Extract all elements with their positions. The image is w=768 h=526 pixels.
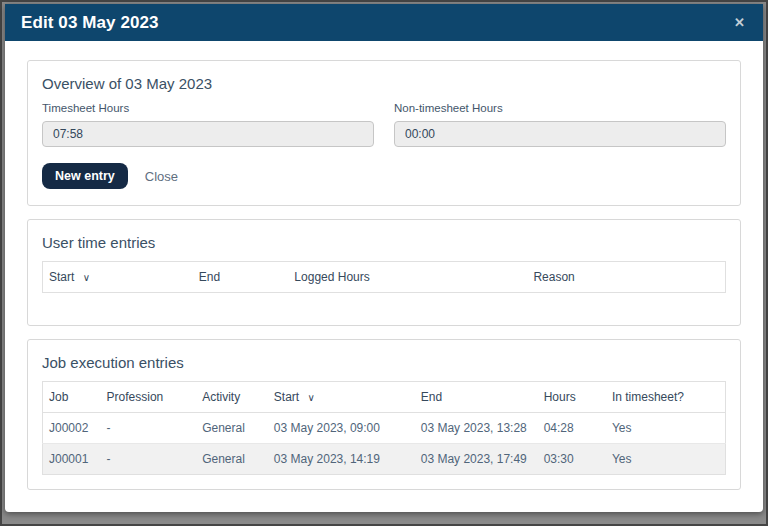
column-header-reason[interactable]: Reason: [527, 262, 725, 293]
column-header-logged-hours[interactable]: Logged Hours: [288, 262, 527, 293]
table-cell: 04:28: [538, 413, 606, 444]
table-cell: 03 May 2023, 13:28: [415, 413, 538, 444]
overview-button-row: New entry Close: [42, 163, 726, 189]
column-header-end[interactable]: End: [415, 382, 538, 413]
column-header-job[interactable]: Job: [43, 382, 101, 413]
chevron-down-icon: ∨: [308, 392, 315, 403]
table-cell: 03 May 2023, 09:00: [268, 413, 415, 444]
column-header-activity[interactable]: Activity: [196, 382, 268, 413]
modal-header: Edit 03 May 2023 ✕: [5, 4, 763, 41]
table-row: J00002-General03 May 2023, 09:0003 May 2…: [43, 413, 726, 444]
modal-body: Overview of 03 May 2023 Timesheet Hours …: [5, 41, 763, 512]
timesheet-hours-field: [42, 121, 374, 147]
table-cell: Yes: [606, 444, 726, 475]
table-header-row: Start ∨ End Logged Hours Reason: [43, 262, 726, 293]
column-header-profession[interactable]: Profession: [101, 382, 197, 413]
non-timesheet-hours-label: Non-timesheet Hours: [394, 102, 726, 114]
table-cell: 03 May 2023, 17:49: [415, 444, 538, 475]
table-cell: -: [101, 413, 197, 444]
column-header-start[interactable]: Start ∨: [268, 382, 415, 413]
job-execution-entries-table: Job Profession Activity Start ∨ End Hour…: [42, 381, 726, 475]
overview-section: Overview of 03 May 2023 Timesheet Hours …: [27, 60, 741, 206]
table-cell: Yes: [606, 413, 726, 444]
column-header-in-timesheet[interactable]: In timesheet?: [606, 382, 726, 413]
table-row: J00001-General03 May 2023, 14:1903 May 2…: [43, 444, 726, 475]
new-entry-button[interactable]: New entry: [42, 163, 128, 189]
table-cell: 03:30: [538, 444, 606, 475]
column-header-hours[interactable]: Hours: [538, 382, 606, 413]
table-cell: 03 May 2023, 14:19: [268, 444, 415, 475]
user-time-entries-heading: User time entries: [42, 234, 728, 251]
column-header-end[interactable]: End: [193, 262, 289, 293]
non-timesheet-hours-field: [394, 121, 726, 147]
user-time-entries-table: Start ∨ End Logged Hours Reason: [42, 261, 726, 293]
edit-day-modal: Edit 03 May 2023 ✕ Overview of 03 May 20…: [5, 4, 763, 512]
table-cell: General: [196, 444, 268, 475]
column-header-start[interactable]: Start ∨: [43, 262, 193, 293]
user-time-entries-section: User time entries Start ∨ End Logged Hou…: [27, 219, 741, 326]
job-execution-entries-heading: Job execution entries: [42, 354, 728, 371]
timesheet-hours-label: Timesheet Hours: [42, 102, 374, 114]
job-execution-entries-section: Job execution entries Job Profession Act…: [27, 339, 741, 490]
close-icon[interactable]: ✕: [732, 14, 747, 31]
non-timesheet-hours-group: Non-timesheet Hours: [394, 102, 726, 147]
timesheet-hours-group: Timesheet Hours: [42, 102, 374, 147]
close-link[interactable]: Close: [145, 169, 178, 184]
screen-background: Edit 03 May 2023 ✕ Overview of 03 May 20…: [0, 0, 768, 526]
table-cell: J00002: [43, 413, 101, 444]
table-cell: J00001: [43, 444, 101, 475]
empty-table-space: [40, 293, 728, 311]
modal-title: Edit 03 May 2023: [21, 13, 159, 33]
overview-heading: Overview of 03 May 2023: [42, 75, 728, 92]
table-cell: General: [196, 413, 268, 444]
chevron-down-icon: ∨: [83, 272, 90, 283]
table-cell: -: [101, 444, 197, 475]
table-header-row: Job Profession Activity Start ∨ End Hour…: [43, 382, 726, 413]
